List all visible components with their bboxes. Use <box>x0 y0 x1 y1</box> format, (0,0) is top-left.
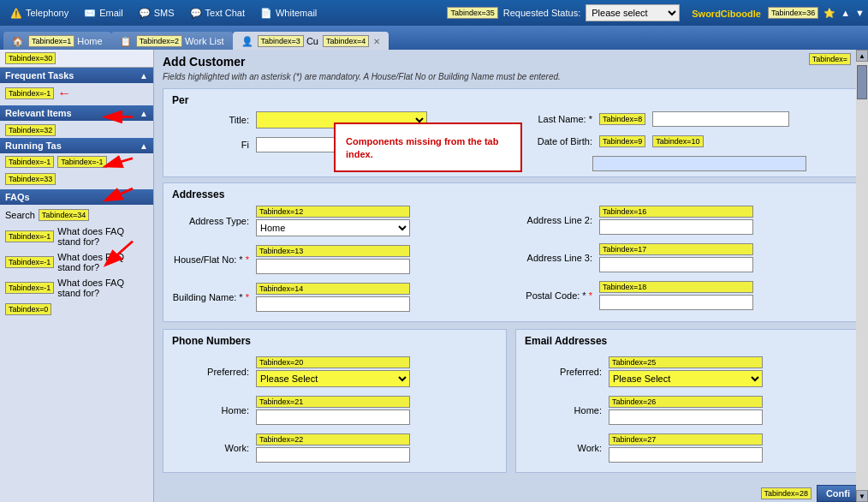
email-icon: ✉️ <box>84 8 96 19</box>
phone-work-input[interactable] <box>256 447 410 463</box>
confirm-button[interactable]: Confi <box>817 485 859 502</box>
nav-email[interactable]: ✉️ Email <box>77 5 130 21</box>
star-icon: ⭐ <box>823 8 835 19</box>
nav-textchat[interactable]: 💬 Text Chat <box>183 5 252 21</box>
nav-whitemail[interactable]: 📄 Whitemail <box>253 5 324 21</box>
faq-item-2[interactable]: Tabindex=-1 What does FAQ stand for? <box>0 249 153 275</box>
info-text: Fields highlighted with an asterisk (*) … <box>163 72 859 81</box>
postal-code-tabindex: Tabindex=18 <box>599 281 753 293</box>
personal-section-title: Per <box>172 94 850 106</box>
tab-worklist[interactable]: 📋 Tabindex=2 Work List <box>111 32 233 51</box>
running-task-item-2[interactable]: Tabindex=33 <box>0 170 153 188</box>
textchat-icon: 💬 <box>190 8 202 19</box>
email-home-tabindex: Tabindex=26 <box>609 396 763 408</box>
scroll-thumb[interactable] <box>857 65 867 99</box>
brand-name: SwordCiboodle <box>692 5 761 21</box>
tab-home-label: Home <box>77 36 102 46</box>
address-type-label: Address Type: <box>172 216 249 226</box>
sidebar-running-tasks-section: Running Tas ▲ Tabindex=-1 Tabindex=-1 Ta… <box>0 138 153 188</box>
scroll-up-button[interactable]: ▲ <box>856 50 868 62</box>
lastname-input[interactable] <box>652 111 789 127</box>
address-line2-label: Address Line 2: <box>515 215 592 225</box>
tab-customer-label: Cu <box>306 36 318 46</box>
running-task-item-1[interactable]: Tabindex=-1 Tabindex=-1 <box>0 153 153 170</box>
phone-work-row: Work: Tabindex=22 <box>172 433 497 463</box>
sidebar-relevant-items-section: Relevant Items ▲ <box>0 105 153 121</box>
phone-home-input[interactable] <box>256 409 410 425</box>
dob-input[interactable] <box>592 156 806 171</box>
lastname-row: Last Name: * Tabindex=8 <box>515 111 850 127</box>
tab-customer[interactable]: 👤 Tabindex=3 Cu Tabindex=4 ✕ <box>233 32 389 51</box>
faq-ti1: Tabindex=-1 <box>5 230 54 242</box>
status-select[interactable]: Please select <box>586 4 680 21</box>
email-preferred-select[interactable]: Please Select <box>609 370 763 387</box>
dob-tabindex1: Tabindex=9 <box>599 135 645 147</box>
textchat-label: Text Chat <box>205 8 245 18</box>
house-flat-row: House/Flat No: * Tabindex=13 <box>172 245 507 274</box>
whitemail-label: Whitemail <box>276 8 317 18</box>
address-right-col: Address Line 2: Tabindex=16 Address Line… <box>515 206 850 316</box>
frequent-tasks-header[interactable]: Frequent Tasks ▲ <box>0 68 153 83</box>
top-navigation: ⚠️ Telephony ✉️ Email 💬 SMS 💬 Text Chat … <box>0 0 868 26</box>
email-work-tabindex: Tabindex=27 <box>609 433 763 445</box>
tab-customer-tabindex1: Tabindex=3 <box>258 35 304 47</box>
faqs-header[interactable]: FAQs <box>0 189 153 205</box>
tabindex32-row: Tabindex=32 <box>0 123 153 138</box>
email-preferred-row: Preferred: Tabindex=25 Please Select <box>525 356 850 387</box>
bottom-bar: Tabindex=28 Confi <box>163 485 859 502</box>
sidebar-frequent-tasks-section: Frequent Tasks ▲ Tabindex=-1 ← <box>0 68 153 104</box>
main-layout: Tabindex=30 Frequent Tasks ▲ Tabindex=-1… <box>0 50 868 502</box>
frequent-tasks-chevron: ▲ <box>140 71 148 81</box>
tabindex0-row: Tabindex=0 <box>0 301 153 316</box>
search-label: Search <box>5 210 35 220</box>
building-name-row: Building Name: * Tabindex=14 <box>172 283 507 312</box>
email-work-label: Work: <box>525 443 602 453</box>
faq-item-3[interactable]: Tabindex=-1 What does FAQ stand for? <box>0 275 153 301</box>
email-home-input[interactable] <box>609 409 763 425</box>
nav-sms[interactable]: 💬 SMS <box>132 5 181 21</box>
faq-item-1[interactable]: Tabindex=-1 What does FAQ stand for? <box>0 224 153 249</box>
popup-box: Components missing from the tab index. <box>334 123 522 172</box>
tabindex32-badge: Tabindex=32 <box>5 124 56 136</box>
content-scrollbar[interactable]: ▲ ▼ <box>856 50 868 502</box>
sidebar-tabindex30-badge: Tabindex=30 <box>5 52 56 64</box>
phone-preferred-row: Preferred: Tabindex=20 Please Select <box>172 356 497 387</box>
email-home-label: Home: <box>525 405 602 415</box>
tab-home-tabindex: Tabindex=1 <box>28 35 74 47</box>
phone-work-label: Work: <box>172 443 249 453</box>
status-area: Tabindex=35 Requested Status: Please sel… <box>445 4 865 21</box>
status-label: Requested Status: <box>503 8 581 18</box>
scrolldown-icon[interactable]: ▼ <box>855 8 865 18</box>
postal-code-input[interactable] <box>599 295 753 310</box>
faq-text-1: What does FAQ stand for? <box>57 226 148 247</box>
page-title: Add Customer <box>163 55 859 69</box>
frequent-task-tabindex: Tabindex=-1 <box>5 87 54 99</box>
nav-telephony[interactable]: ⚠️ Telephony <box>3 5 75 21</box>
running-tasks-header[interactable]: Running Tas ▲ <box>0 138 153 153</box>
email-work-input[interactable] <box>609 447 763 463</box>
relevant-items-header[interactable]: Relevant Items ▲ <box>0 105 153 121</box>
email-section-title: Email Addresses <box>525 335 850 347</box>
dob-label: Date of Birth: <box>515 136 592 146</box>
email-preferred-label: Preferred: <box>525 367 602 377</box>
address-type-row: Address Type: Tabindex=12 Home <box>172 206 507 236</box>
frequent-task-item-1[interactable]: Tabindex=-1 ← <box>0 83 153 104</box>
house-flat-input[interactable] <box>256 259 410 274</box>
addresses-section-title: Addresses <box>172 188 850 200</box>
telephony-label: Telephony <box>26 8 68 18</box>
phone-work-tabindex: Tabindex=22 <box>256 433 410 445</box>
tab-close-button[interactable]: ✕ <box>373 37 380 46</box>
running-task-ti1: Tabindex=-1 <box>5 156 54 168</box>
building-name-input[interactable] <box>256 296 410 312</box>
content-area: Tabindex= Add Customer Fields highlighte… <box>154 50 868 502</box>
running-task-ti3: Tabindex=33 <box>5 173 56 185</box>
email-home-row: Home: Tabindex=26 <box>525 396 850 425</box>
scroll-down-button[interactable]: ▼ <box>856 490 868 502</box>
popup-text: Components missing from the tab index. <box>346 136 498 159</box>
address-line2-input[interactable] <box>599 219 753 235</box>
address-type-select[interactable]: Home <box>256 219 410 236</box>
phone-preferred-select[interactable]: Please Select <box>256 370 410 387</box>
scrollup-icon[interactable]: ▲ <box>841 8 850 18</box>
address-line3-input[interactable] <box>599 257 753 272</box>
tab-home[interactable]: 🏠 Tabindex=1 Home <box>3 32 111 51</box>
